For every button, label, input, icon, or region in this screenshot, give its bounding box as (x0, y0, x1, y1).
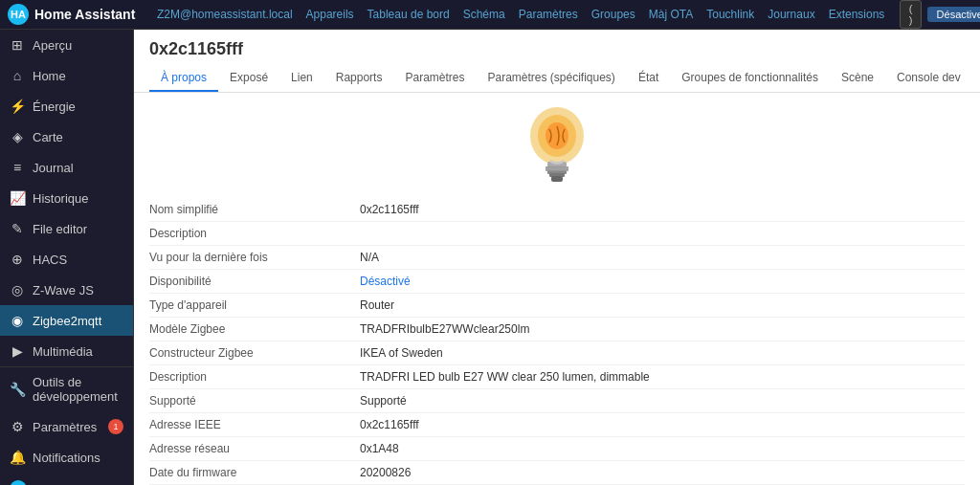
field-label-4: Type d'appareil (149, 298, 360, 312)
field-value-9: 0x2c1165fff (360, 418, 965, 431)
tab-apropos[interactable]: À propos (149, 65, 218, 92)
multimedia-icon: ▶ (10, 343, 25, 359)
sidebar-item-dev-tools[interactable]: 🔧 Outils de développement (0, 367, 133, 411)
sidebar-item-energie[interactable]: ⚡ Énergie (0, 91, 133, 121)
hacs-icon: ⊕ (10, 252, 25, 267)
nav-link-extensions[interactable]: Extensions (823, 6, 891, 23)
sidebar-label-dev-tools: Outils de développement (33, 375, 123, 404)
settings-icon: ⚙ (10, 419, 25, 434)
sidebar-item-historique[interactable]: 📈 Historique (0, 183, 133, 213)
field-label-2: Vu pour la dernière fois (149, 251, 360, 264)
nav-link-z2m[interactable]: Z2M@homeassistant.local (151, 6, 299, 23)
sidebar-item-ha-bottom[interactable]: HA Home Assistant (0, 473, 133, 485)
field-value-10: 0x1A48 (360, 442, 965, 455)
tab-console-dev[interactable]: Console dev (885, 65, 972, 92)
nav-link-schema[interactable]: Schéma (457, 6, 511, 23)
tab-parametres[interactable]: Paramètres (393, 65, 476, 92)
sidebar-item-journal[interactable]: ≡ Journal (0, 152, 133, 183)
field-value-3[interactable]: Désactivé (360, 275, 965, 288)
nav-link-tableau[interactable]: Tableau de bord (362, 6, 456, 23)
table-row: Vu pour la dernière fois N/A (149, 246, 965, 270)
sidebar-bottom: 🔧 Outils de développement ⚙ Paramètres 1… (0, 366, 133, 485)
grid-icon: ⊞ (10, 37, 25, 53)
sidebar-label-home: Home (33, 69, 66, 83)
ha-logo: HA (8, 4, 29, 25)
sidebar-label-zigbee: Zigbee2mqtt (33, 314, 101, 328)
top-bar: HA Home Assistant Z2M@homeassistant.loca… (0, 0, 980, 30)
home-icon: ⌂ (10, 68, 25, 83)
field-value-0: 0x2c1165fff (360, 203, 965, 216)
sidebar-label-energie: Énergie (33, 99, 76, 114)
sidebar-label-ha-bottom: Home Assistant (34, 482, 121, 486)
content-area: 0x2c1165fff À propos Exposé Lien Rapport… (134, 30, 980, 485)
nav-link-ota[interactable]: Màj OTA (643, 6, 699, 23)
table-row: Type d'appareil Router (149, 294, 965, 318)
sidebar-label-notifications: Notifications (33, 451, 100, 465)
device-title: 0x2c1165fff (134, 30, 980, 59)
top-nav-right: ( ) Désactiver l'appairage (Tout) 00:37 … (900, 0, 980, 29)
device-tabs: À propos Exposé Lien Rapports Paramètres… (134, 59, 980, 93)
tab-rapports[interactable]: Rapports (324, 65, 394, 92)
field-label-8: Supporté (149, 394, 360, 408)
field-value-4: Router (360, 298, 965, 312)
tab-parametres-specifiques[interactable]: Paramètres (spécifiques) (476, 65, 626, 92)
energy-icon: ⚡ (10, 99, 25, 114)
sidebar-item-notifications[interactable]: 🔔 Notifications (0, 442, 133, 473)
tools-icon: 🔧 (10, 382, 25, 397)
tab-groupes[interactable]: Groupes de fonctionnalités (670, 65, 830, 92)
table-row: Adresse réseau 0x1A48 (149, 437, 965, 461)
table-row: Modèle Zigbee TRADFRIbulbE27WWclear250lm (149, 318, 965, 342)
sidebar-item-zigbee[interactable]: ◉ Zigbee2mqtt (0, 305, 133, 336)
table-row: Description (149, 222, 965, 246)
ha-avatar-icon: HA (10, 480, 27, 485)
brand-title: Home Assistant (34, 7, 135, 22)
svg-rect-7 (551, 176, 563, 182)
zigbee-icon: ◉ (10, 313, 25, 328)
nav-link-journaux[interactable]: Journaux (762, 6, 820, 23)
sidebar-label-file-editor: File editor (33, 222, 87, 236)
sidebar-item-settings[interactable]: ⚙ Paramètres 1 (0, 411, 133, 442)
language-button[interactable]: ( ) (900, 0, 921, 29)
tab-lien[interactable]: Lien (279, 65, 324, 92)
sidebar-label-hacs: HACS (33, 253, 67, 267)
disable-pairing-button[interactable]: Désactiver l'appairage (Tout) 00:37 (927, 7, 980, 22)
bulb-image (519, 102, 595, 188)
field-value-5: TRADFRIbulbE27WWclear250lm (360, 322, 965, 336)
sidebar-item-hacs[interactable]: ⊕ HACS (0, 244, 133, 275)
tab-etat[interactable]: État (627, 65, 670, 92)
sidebar-label-settings: Paramètres (33, 420, 97, 434)
sidebar-item-zwave[interactable]: ◎ Z-Wave JS (0, 275, 133, 305)
field-label-9: Adresse IEEE (149, 418, 360, 431)
nav-link-groupes[interactable]: Groupes (586, 6, 641, 23)
journal-icon: ≡ (10, 160, 25, 175)
field-value-6: IKEA of Sweden (360, 346, 965, 360)
field-label-5: Modèle Zigbee (149, 322, 360, 336)
table-row: Adresse IEEE 0x2c1165fff (149, 413, 965, 437)
field-value-8: Supporté (360, 394, 965, 408)
zwave-icon: ◎ (10, 282, 25, 298)
field-value-11: 20200826 (360, 466, 965, 479)
settings-badge: 1 (108, 419, 123, 434)
nav-link-parametres[interactable]: Paramètres (513, 6, 584, 23)
sidebar-item-home[interactable]: ⌂ Home (0, 60, 133, 91)
sidebar-label-zwave: Z-Wave JS (33, 283, 94, 298)
tab-scene[interactable]: Scène (830, 65, 885, 92)
nav-link-touchlink[interactable]: Touchlink (701, 6, 760, 23)
table-row: Constructeur Zigbee IKEA of Sweden (149, 342, 965, 365)
table-row: Description TRADFRI LED bulb E27 WW clea… (149, 365, 965, 389)
nav-link-appareils[interactable]: Appareils (301, 6, 360, 23)
bell-icon: 🔔 (10, 450, 25, 465)
device-content (134, 93, 980, 198)
field-label-10: Adresse réseau (149, 442, 360, 455)
field-value-7: TRADFRI LED bulb E27 WW clear 250 lumen,… (360, 370, 965, 384)
sidebar-item-file-editor[interactable]: ✎ File editor (0, 213, 133, 244)
tab-expose[interactable]: Exposé (218, 65, 279, 92)
sidebar-item-carte[interactable]: ◈ Carte (0, 121, 133, 152)
field-label-3: Disponibilité (149, 275, 360, 288)
sidebar: ⊞ Aperçu ⌂ Home ⚡ Énergie ◈ Carte ≡ Jour… (0, 30, 134, 485)
info-table: Nom simplifié 0x2c1165fff Description Vu… (134, 198, 980, 485)
sidebar-item-multimedia[interactable]: ▶ Multimédia (0, 336, 133, 366)
main-layout: ⊞ Aperçu ⌂ Home ⚡ Énergie ◈ Carte ≡ Jour… (0, 30, 980, 485)
top-nav-links: Z2M@homeassistant.local Appareils Tablea… (151, 6, 890, 23)
sidebar-item-apercu[interactable]: ⊞ Aperçu (0, 30, 133, 60)
